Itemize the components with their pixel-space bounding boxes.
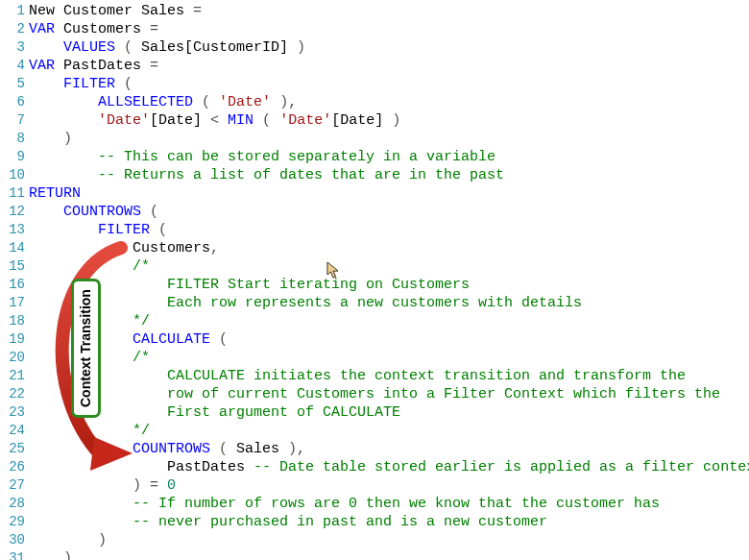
code-line[interactable]: 25 COUNTROWS ( Sales ), (0, 440, 749, 458)
line-number: 2 (0, 20, 29, 38)
code-content[interactable]: -- never purchased in past and is a new … (29, 513, 749, 531)
code-content[interactable]: CALCULATE initiates the context transiti… (29, 367, 749, 385)
code-line[interactable]: 8 ) (0, 130, 749, 148)
line-number: 3 (0, 38, 29, 57)
code-line[interactable]: 16 FILTER Start iterating on Customers (0, 276, 749, 294)
line-number: 15 (0, 257, 29, 276)
code-line[interactable]: 6 ALLSELECTED ( 'Date' ), (0, 93, 749, 111)
code-content[interactable]: RETURN (29, 184, 749, 203)
code-line[interactable]: 22 row of current Customers into a Filte… (0, 385, 749, 403)
code-line[interactable]: 1New Customer Sales = (0, 2, 749, 20)
code-line[interactable]: 27 ) = 0 (0, 476, 749, 495)
line-number: 25 (0, 440, 29, 458)
code-content[interactable]: VAR Customers = (29, 20, 749, 38)
code-content[interactable]: ) (29, 130, 749, 148)
code-content[interactable]: PastDates -- Date table stored earlier i… (29, 458, 749, 476)
code-content[interactable]: /* (29, 349, 749, 367)
code-line[interactable]: 2VAR Customers = (0, 20, 749, 38)
line-number: 31 (0, 549, 29, 560)
code-content[interactable]: Each row represents a new customers with… (29, 294, 749, 312)
line-number: 24 (0, 422, 29, 440)
line-number: 8 (0, 130, 29, 148)
code-line[interactable]: 19 CALCULATE ( (0, 330, 749, 349)
line-number: 4 (0, 57, 29, 75)
code-line[interactable]: 4VAR PastDates = (0, 57, 749, 75)
code-content[interactable]: -- This can be stored separately in a va… (29, 148, 749, 166)
code-content[interactable]: -- Returns a list of dates that are in t… (29, 166, 749, 184)
line-number: 14 (0, 239, 29, 257)
line-number: 18 (0, 312, 29, 330)
code-content[interactable]: */ (29, 312, 749, 330)
code-line[interactable]: 11RETURN (0, 184, 749, 203)
line-number: 20 (0, 349, 29, 367)
line-number: 12 (0, 203, 29, 221)
code-content[interactable]: Customers, (29, 239, 749, 257)
line-number: 19 (0, 330, 29, 349)
line-number: 26 (0, 458, 29, 476)
line-number: 1 (0, 2, 29, 20)
line-number: 23 (0, 403, 29, 422)
code-content[interactable]: CALCULATE ( (29, 330, 749, 349)
code-content[interactable]: -- If number of rows are 0 then we know … (29, 495, 749, 513)
code-content[interactable]: COUNTROWS ( Sales ), (29, 440, 749, 458)
code-content[interactable]: FILTER ( (29, 221, 749, 239)
line-number: 30 (0, 531, 29, 549)
code-line[interactable]: 31 ) (0, 549, 749, 560)
code-editor[interactable]: 1New Customer Sales =2VAR Customers =3 V… (0, 0, 749, 560)
code-line[interactable]: 14 Customers, (0, 239, 749, 257)
line-number: 5 (0, 75, 29, 93)
code-line[interactable]: 7 'Date'[Date] < MIN ( 'Date'[Date] ) (0, 111, 749, 130)
line-number: 16 (0, 276, 29, 294)
line-number: 17 (0, 294, 29, 312)
code-line[interactable]: 23 First argument of CALCULATE (0, 403, 749, 422)
line-number: 11 (0, 184, 29, 203)
code-content[interactable]: row of current Customers into a Filter C… (29, 385, 749, 403)
line-number: 27 (0, 476, 29, 495)
line-number: 22 (0, 385, 29, 403)
code-content[interactable]: ALLSELECTED ( 'Date' ), (29, 93, 749, 111)
code-content[interactable]: FILTER ( (29, 75, 749, 93)
line-number: 6 (0, 93, 29, 111)
code-content[interactable]: COUNTROWS ( (29, 203, 749, 221)
line-number: 9 (0, 148, 29, 166)
code-line[interactable]: 20 /* (0, 349, 749, 367)
code-line[interactable]: 10 -- Returns a list of dates that are i… (0, 166, 749, 184)
code-line[interactable]: 29 -- never purchased in past and is a n… (0, 513, 749, 531)
line-number: 29 (0, 513, 29, 531)
code-content[interactable]: First argument of CALCULATE (29, 403, 749, 422)
code-content[interactable]: 'Date'[Date] < MIN ( 'Date'[Date] ) (29, 111, 749, 130)
code-line[interactable]: 13 FILTER ( (0, 221, 749, 239)
code-content[interactable]: ) (29, 531, 749, 549)
code-content[interactable]: /* (29, 257, 749, 276)
line-number: 28 (0, 495, 29, 513)
line-number: 13 (0, 221, 29, 239)
code-line[interactable]: 18 */ (0, 312, 749, 330)
code-line[interactable]: 21 CALCULATE initiates the context trans… (0, 367, 749, 385)
code-content[interactable]: ) (29, 549, 749, 560)
code-content[interactable]: FILTER Start iterating on Customers (29, 276, 749, 294)
line-number: 7 (0, 111, 29, 130)
code-line[interactable]: 5 FILTER ( (0, 75, 749, 93)
code-content[interactable]: VALUES ( Sales[CustomerID] ) (29, 38, 749, 57)
code-line[interactable]: 12 COUNTROWS ( (0, 203, 749, 221)
code-line[interactable]: 28 -- If number of rows are 0 then we kn… (0, 495, 749, 513)
code-line[interactable]: 26 PastDates -- Date table stored earlie… (0, 458, 749, 476)
code-line[interactable]: 15 /* (0, 257, 749, 276)
code-content[interactable]: New Customer Sales = (29, 2, 749, 20)
code-line[interactable]: 24 */ (0, 422, 749, 440)
line-number: 10 (0, 166, 29, 184)
line-number: 21 (0, 367, 29, 385)
code-line[interactable]: 3 VALUES ( Sales[CustomerID] ) (0, 38, 749, 57)
code-content[interactable]: VAR PastDates = (29, 57, 749, 75)
code-content[interactable]: */ (29, 422, 749, 440)
code-line[interactable]: 17 Each row represents a new customers w… (0, 294, 749, 312)
code-content[interactable]: ) = 0 (29, 476, 749, 495)
code-line[interactable]: 9 -- This can be stored separately in a … (0, 148, 749, 166)
code-line[interactable]: 30 ) (0, 531, 749, 549)
